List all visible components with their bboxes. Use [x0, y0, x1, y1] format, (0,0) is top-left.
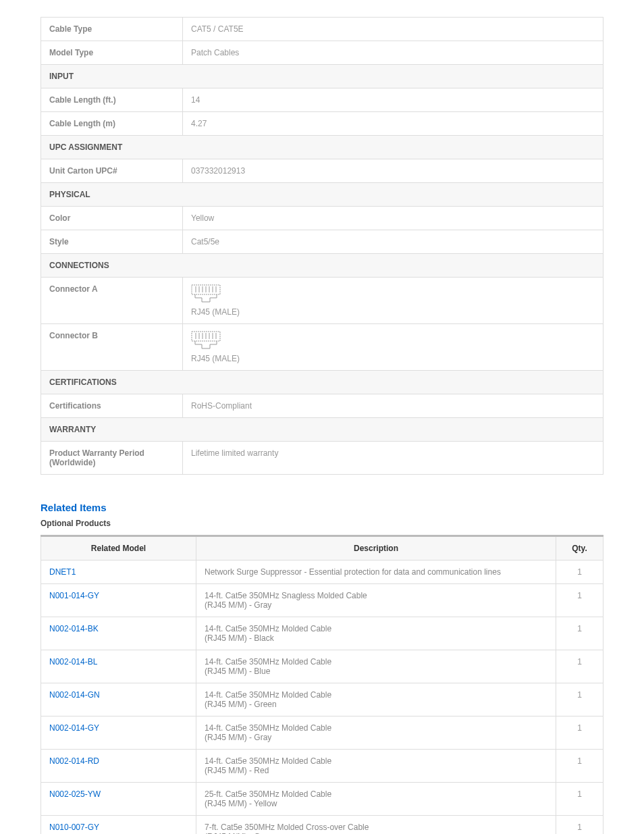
section-header-upc: UPC ASSIGNMENT	[41, 136, 603, 159]
spec-label: Color	[41, 207, 183, 230]
related-item-row: N002-014-GN14-ft. Cat5e 350MHz Molded Ca…	[41, 683, 603, 716]
spec-value: 037332012913	[183, 159, 603, 183]
related-description-cell: 25-ft. Cat5e 350MHz Molded Cable (RJ45 M…	[196, 783, 556, 816]
related-model-link[interactable]: N002-014-GY	[49, 723, 99, 733]
spec-row-connector-b: Connector B RJ45 (MALE)	[41, 324, 603, 371]
section-header-connections: CONNECTIONS	[41, 254, 603, 278]
related-model-link[interactable]: N002-014-GN	[49, 690, 100, 700]
spec-value: RJ45 (MALE)	[183, 324, 603, 371]
related-model-link[interactable]: N002-014-RD	[49, 756, 99, 766]
section-title: CONNECTIONS	[41, 254, 603, 278]
related-model-cell: DNET1	[41, 561, 196, 584]
spec-row-warranty-period: Product Warranty Period (Worldwide) Life…	[41, 442, 603, 475]
spec-row-connector-a: Connector A RJ45 (MALE)	[41, 278, 603, 324]
spec-row-model-type: Model Type Patch Cables	[41, 41, 603, 65]
related-model-cell: N002-014-GN	[41, 683, 196, 716]
related-item-row: N010-007-GY7-ft. Cat5e 350MHz Molded Cro…	[41, 816, 603, 835]
spec-label: Style	[41, 230, 183, 254]
related-description-cell: 14-ft. Cat5e 350MHz Molded Cable (RJ45 M…	[196, 716, 556, 750]
related-qty-cell: 1	[556, 561, 603, 584]
rj45-connector-icon	[191, 331, 595, 352]
related-qty-cell: 1	[556, 716, 603, 750]
rj45-connector-icon	[191, 284, 595, 305]
related-model-link[interactable]: N010-007-GY	[49, 823, 99, 832]
spec-row-cable-length-ft: Cable Length (ft.) 14	[41, 88, 603, 112]
related-description-cell: 7-ft. Cat5e 350MHz Molded Cross-over Cab…	[196, 816, 556, 835]
spec-value: RJ45 (MALE)	[183, 278, 603, 324]
related-description-cell: 14-ft. Cat5e 350MHz Molded Cable (RJ45 M…	[196, 683, 556, 716]
related-item-row: N002-014-GY14-ft. Cat5e 350MHz Molded Ca…	[41, 716, 603, 750]
spec-label: Connector A	[41, 278, 183, 324]
related-model-cell: N010-007-GY	[41, 816, 196, 835]
related-header-description: Description	[196, 536, 556, 561]
spec-row-cable-type: Cable Type CAT5 / CAT5E	[41, 18, 603, 41]
related-model-link[interactable]: N002-014-BK	[49, 624, 99, 633]
related-qty-cell: 1	[556, 584, 603, 617]
related-header-qty: Qty.	[556, 536, 603, 561]
related-item-row: N001-014-GY14-ft. Cat5e 350MHz Snagless …	[41, 584, 603, 617]
related-item-row: DNET1Network Surge Suppressor - Essentia…	[41, 561, 603, 584]
related-model-link[interactable]: N002-025-YW	[49, 789, 101, 799]
related-header-model: Related Model	[41, 536, 196, 561]
spec-label: Unit Carton UPC#	[41, 159, 183, 183]
spec-label: Certifications	[41, 394, 183, 418]
related-model-link[interactable]: N001-014-GY	[49, 591, 99, 600]
section-title: UPC ASSIGNMENT	[41, 136, 603, 159]
section-header-input: INPUT	[41, 65, 603, 88]
section-title: CERTIFICATIONS	[41, 371, 603, 394]
related-item-row: N002-014-BL14-ft. Cat5e 350MHz Molded Ca…	[41, 650, 603, 683]
related-model-cell: N002-014-RD	[41, 750, 196, 783]
spec-label: Product Warranty Period (Worldwide)	[41, 442, 183, 475]
spec-value: RoHS-Compliant	[183, 394, 603, 418]
related-items-heading: Related Items	[41, 502, 603, 513]
related-item-row: N002-014-BK14-ft. Cat5e 350MHz Molded Ca…	[41, 617, 603, 650]
spec-row-cable-length-m: Cable Length (m) 4.27	[41, 112, 603, 136]
spec-value: Patch Cables	[183, 41, 603, 65]
spec-label: Cable Length (m)	[41, 112, 183, 136]
spec-label: Cable Type	[41, 18, 183, 41]
related-qty-cell: 1	[556, 683, 603, 716]
related-model-link[interactable]: DNET1	[49, 567, 76, 577]
related-model-cell: N001-014-GY	[41, 584, 196, 617]
spec-label: Connector B	[41, 324, 183, 371]
spec-row-unit-carton-upc: Unit Carton UPC# 037332012913	[41, 159, 603, 183]
related-model-cell: N002-014-BK	[41, 617, 196, 650]
optional-products-heading: Optional Products	[41, 519, 603, 528]
related-model-link[interactable]: N002-014-BL	[49, 657, 97, 667]
section-header-certifications: CERTIFICATIONS	[41, 371, 603, 394]
related-description-cell: 14-ft. Cat5e 350MHz Snagless Molded Cabl…	[196, 584, 556, 617]
section-title: WARRANTY	[41, 418, 603, 442]
spec-value: Lifetime limited warranty	[183, 442, 603, 475]
related-qty-cell: 1	[556, 750, 603, 783]
related-qty-cell: 1	[556, 816, 603, 835]
connector-b-value: RJ45 (MALE)	[191, 354, 240, 363]
section-title: INPUT	[41, 65, 603, 88]
spec-value: CAT5 / CAT5E	[183, 18, 603, 41]
related-description-cell: Network Surge Suppressor - Essential pro…	[196, 561, 556, 584]
specifications-table: Cable Type CAT5 / CAT5E Model Type Patch…	[41, 17, 603, 475]
related-qty-cell: 1	[556, 617, 603, 650]
related-qty-cell: 1	[556, 650, 603, 683]
related-model-cell: N002-014-GY	[41, 716, 196, 750]
related-model-cell: N002-014-BL	[41, 650, 196, 683]
section-title: PHYSICAL	[41, 183, 603, 207]
spec-label: Model Type	[41, 41, 183, 65]
spec-value: 4.27	[183, 112, 603, 136]
related-description-cell: 14-ft. Cat5e 350MHz Molded Cable (RJ45 M…	[196, 617, 556, 650]
spec-value: Yellow	[183, 207, 603, 230]
related-qty-cell: 1	[556, 783, 603, 816]
spec-row-style: Style Cat5/5e	[41, 230, 603, 254]
spec-label: Cable Length (ft.)	[41, 88, 183, 112]
related-item-row: N002-014-RD14-ft. Cat5e 350MHz Molded Ca…	[41, 750, 603, 783]
section-header-warranty: WARRANTY	[41, 418, 603, 442]
spec-value: 14	[183, 88, 603, 112]
section-header-physical: PHYSICAL	[41, 183, 603, 207]
spec-value: Cat5/5e	[183, 230, 603, 254]
related-model-cell: N002-025-YW	[41, 783, 196, 816]
related-description-cell: 14-ft. Cat5e 350MHz Molded Cable (RJ45 M…	[196, 650, 556, 683]
related-items-table: Related Model Description Qty. DNET1Netw…	[41, 535, 603, 834]
related-description-cell: 14-ft. Cat5e 350MHz Molded Cable (RJ45 M…	[196, 750, 556, 783]
spec-row-certifications: Certifications RoHS-Compliant	[41, 394, 603, 418]
spec-row-color: Color Yellow	[41, 207, 603, 230]
related-item-row: N002-025-YW25-ft. Cat5e 350MHz Molded Ca…	[41, 783, 603, 816]
